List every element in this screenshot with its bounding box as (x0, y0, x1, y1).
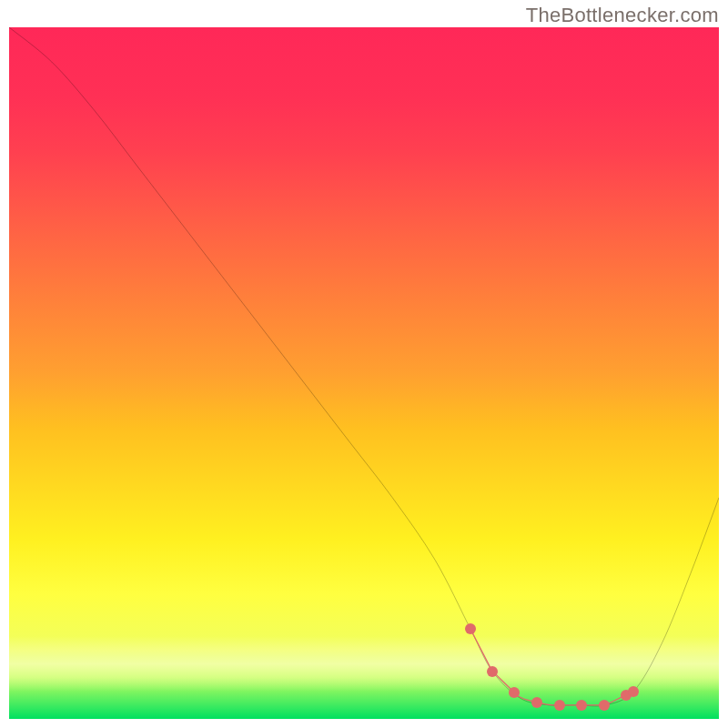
watermark-text: TheBottlenecker.com (526, 4, 719, 27)
chart-area (9, 27, 719, 719)
flat-region-dot (576, 700, 587, 711)
flat-region-dot (599, 700, 610, 711)
flat-region-dot (465, 623, 476, 634)
flat-region-dot (531, 697, 542, 708)
flat-region-dot (487, 666, 498, 677)
flat-region-dot (509, 687, 520, 698)
flat-region-dots (9, 27, 719, 719)
flat-region-dot (554, 700, 565, 711)
flat-region-dot (628, 686, 639, 697)
